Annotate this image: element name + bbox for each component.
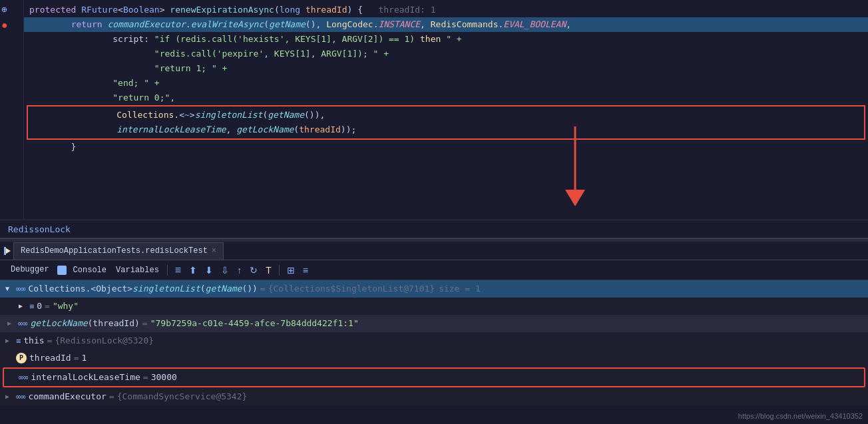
var-val-3: "79b7259a-c01e-4459-afce-7b84ddd422f1:1" bbox=[150, 316, 359, 331]
svg-marker-1 bbox=[565, 190, 585, 206]
var-name-2: 0 bbox=[37, 299, 42, 314]
var-name-5: threadId bbox=[29, 351, 71, 365]
toolbar-btn-5[interactable]: ↑ bbox=[234, 264, 245, 277]
var-name-3: getLockName bbox=[30, 316, 87, 331]
var-name-4: this bbox=[23, 333, 44, 348]
var-val-1: {Collections$SingletonList@7101} bbox=[268, 282, 435, 296]
toolbar-btn-1[interactable]: ≡ bbox=[172, 264, 184, 277]
var-row-5[interactable]: P threadId = 1 bbox=[0, 349, 868, 367]
var-row-3[interactable]: ▶ ∞∞ getLockName(threadId) = "79b7259a-c… bbox=[0, 315, 868, 332]
var-eq-7: = bbox=[109, 389, 114, 404]
var-val-4: {RedissonLock@5320} bbox=[55, 333, 154, 348]
code-line-6: "end; " + bbox=[24, 76, 868, 91]
var-val-5: 1 bbox=[81, 351, 87, 365]
var-row-7[interactable]: ▶ ∞∞ commandExecutor = {CommandSyncServi… bbox=[0, 388, 868, 405]
var-eq-1: = bbox=[260, 282, 266, 296]
file-label: RedissonLock bbox=[8, 224, 71, 234]
expand-arrow-7: ▶ bbox=[5, 389, 13, 404]
var-name-7: commandExecutor bbox=[28, 389, 106, 404]
debugger-label[interactable]: Debugger bbox=[5, 265, 55, 276]
list-icon-2: ≡ bbox=[29, 299, 34, 314]
infinity-icon-6: ∞∞ bbox=[19, 370, 28, 385]
app-container: ⊕ ● protected RFuture<Boolean> renewExpi… bbox=[0, 0, 868, 424]
bottom-area: RedisDemoApplicationTests.redisLockTest … bbox=[0, 242, 868, 405]
infinity-icon-3: ∞∞ bbox=[18, 316, 27, 331]
toolbar-btn-grid[interactable]: ⊞ bbox=[284, 264, 298, 277]
var-eq-4: = bbox=[47, 333, 53, 348]
file-label-bar: RedissonLock bbox=[0, 220, 868, 238]
var-val-6: 30000 bbox=[151, 370, 177, 385]
var-val-2: "why" bbox=[53, 299, 79, 314]
tab-label: RedisDemoApplicationTests.redisLockTest bbox=[21, 246, 208, 256]
code-content: protected RFuture<Boolean> renewExpirati… bbox=[24, 0, 868, 157]
tab-close[interactable]: × bbox=[212, 246, 216, 256]
toolbar-btn-6[interactable]: ↻ bbox=[246, 264, 261, 277]
var-eq-2: = bbox=[45, 299, 50, 314]
expand-arrow-3: ▶ bbox=[7, 316, 15, 331]
var-row-4[interactable]: ▶ ≡ this = {RedissonLock@5320} bbox=[0, 332, 868, 349]
var-val-7: {CommandSyncService@5342} bbox=[117, 389, 248, 404]
toolbar-btn-3[interactable]: ⬇ bbox=[202, 264, 216, 277]
code-line-9: internalLockLeaseTime, getLockName(threa… bbox=[31, 122, 861, 137]
expand-arrow-2: ▶ bbox=[19, 299, 27, 314]
circle-icon-5: P bbox=[16, 353, 27, 363]
toolbar-btn-4[interactable]: ⇩ bbox=[218, 264, 232, 277]
breakpoint-icon: ● bbox=[1, 20, 8, 32]
var-row-6[interactable]: ∞∞ internalLockLeaseTime = 30000 bbox=[3, 367, 865, 387]
code-line-5: "return 1; " + bbox=[24, 61, 868, 76]
infinity-icon-7: ∞∞ bbox=[16, 389, 25, 404]
infinity-icon-1: ∞∞ bbox=[16, 282, 25, 296]
code-line-10: } bbox=[24, 140, 868, 154]
code-line-7: "return 0;", bbox=[24, 91, 868, 105]
gutter: ⊕ ● bbox=[0, 0, 24, 220]
variables-label[interactable]: Variables bbox=[112, 266, 163, 275]
toolbar-separator-2 bbox=[279, 265, 280, 276]
console-label[interactable]: Console bbox=[69, 266, 110, 275]
list-icon-4: ≡ bbox=[16, 333, 21, 348]
var-row-2[interactable]: ▶ ≡ 0 = "why" bbox=[0, 298, 868, 315]
var-name-1b: singletonList bbox=[132, 282, 200, 296]
fn-renew: renewExpirationAsync bbox=[170, 3, 274, 17]
code-lines-boxed: Collections.<~>singletonList(getName()),… bbox=[27, 105, 865, 140]
var-name-1c: ( bbox=[200, 282, 206, 296]
var-name-1: Collections.<Object> bbox=[28, 282, 132, 296]
toolbar-btn-list[interactable]: ≡ bbox=[300, 264, 312, 277]
toolbar-btn-7[interactable]: T bbox=[262, 264, 275, 277]
tab-item[interactable]: RedisDemoApplicationTests.redisLockTest … bbox=[13, 242, 224, 260]
console-icon bbox=[57, 266, 67, 275]
svg-marker-3 bbox=[4, 247, 6, 255]
toolbar-btn-2[interactable]: ⬆ bbox=[186, 264, 200, 277]
expand-arrow-1: ▼ bbox=[5, 282, 13, 296]
tab-bar: RedisDemoApplicationTests.redisLockTest … bbox=[0, 242, 868, 260]
toolbar-separator-1 bbox=[167, 265, 168, 276]
watermark: https://blog.csdn.net/weixin_43410352 bbox=[738, 412, 863, 420]
tab-run-icon bbox=[3, 246, 12, 256]
code-line-1: protected RFuture<Boolean> renewExpirati… bbox=[24, 3, 868, 17]
var-row-1[interactable]: ▼ ∞∞ Collections.<Object>singletonList(g… bbox=[0, 280, 868, 298]
bookmark-icon: ⊕ bbox=[1, 4, 7, 15]
var-meta-1: size = 1 bbox=[439, 282, 481, 296]
var-eq-3: = bbox=[142, 316, 148, 331]
code-line-8: Collections.<~>singletonList(getName()), bbox=[31, 108, 861, 122]
debugger-toolbar: Debugger Console Variables ≡ ⬆ ⬇ ⇩ ↑ ↻ T… bbox=[0, 260, 868, 280]
editor-area: ⊕ ● protected RFuture<Boolean> renewExpi… bbox=[0, 0, 868, 220]
var-name-3b: (threadId) bbox=[88, 316, 140, 331]
code-line-2: return commandExecutor.evalWriteAsync(ge… bbox=[24, 17, 868, 32]
kw-protected: protected bbox=[29, 3, 81, 17]
code-line-4: "redis.call('pexpire', KEYS[1], ARGV[1])… bbox=[24, 47, 868, 61]
code-line-3: script: "if (redis.call('hexists', KEYS[… bbox=[24, 32, 868, 47]
var-eq-5: = bbox=[74, 351, 79, 365]
var-eq-6: = bbox=[143, 370, 148, 385]
expand-arrow-4: ▶ bbox=[5, 333, 13, 348]
variables-panel: ▼ ∞∞ Collections.<Object>singletonList(g… bbox=[0, 280, 868, 405]
var-name-6: internalLockLeaseTime bbox=[31, 370, 140, 385]
type-rfuture: RFuture bbox=[81, 3, 118, 17]
